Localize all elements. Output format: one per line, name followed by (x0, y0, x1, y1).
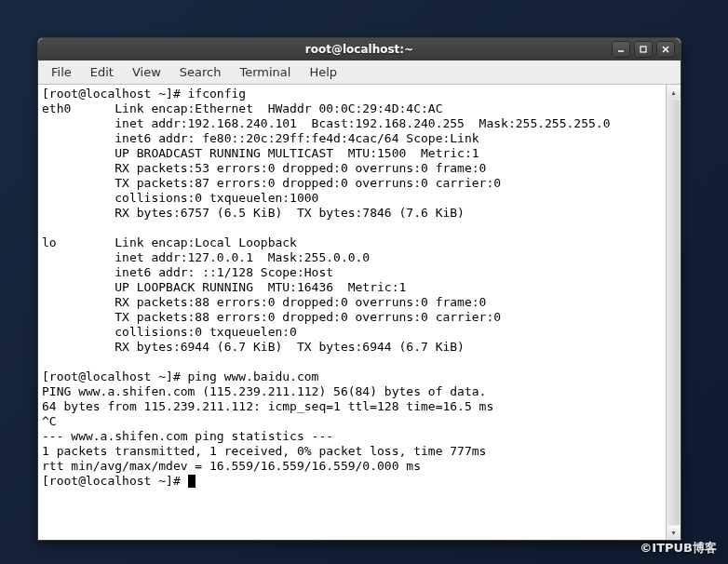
menu-terminal[interactable]: Terminal (230, 62, 300, 82)
scroll-down-arrow[interactable]: ▾ (667, 526, 681, 539)
close-button[interactable] (656, 41, 675, 58)
terminal-area: [root@localhost ~]# ifconfig eth0 Link e… (38, 85, 681, 540)
minimize-button[interactable] (612, 41, 630, 58)
terminal-cursor (188, 475, 195, 488)
terminal-window: root@localhost:~ File Edit View Search T… (37, 37, 681, 541)
scroll-up-arrow[interactable]: ▴ (667, 86, 681, 99)
titlebar[interactable]: root@localhost:~ (38, 38, 681, 60)
scroll-thumb[interactable] (667, 100, 680, 525)
window-controls (612, 41, 675, 58)
menu-help[interactable]: Help (300, 62, 346, 82)
watermark: ©ITPUB博客 (640, 540, 717, 557)
menu-edit[interactable]: Edit (81, 62, 123, 82)
menu-search[interactable]: Search (170, 62, 231, 82)
menubar: File Edit View Search Terminal Help (38, 60, 681, 85)
maximize-button[interactable] (634, 41, 653, 58)
menu-view[interactable]: View (123, 62, 170, 82)
window-title: root@localhost:~ (305, 43, 413, 56)
svg-rect-1 (640, 47, 646, 52)
terminal-content[interactable]: [root@localhost ~]# ifconfig eth0 Link e… (38, 85, 666, 540)
menu-file[interactable]: File (42, 62, 81, 82)
vertical-scrollbar[interactable]: ▴ ▾ (666, 85, 681, 540)
